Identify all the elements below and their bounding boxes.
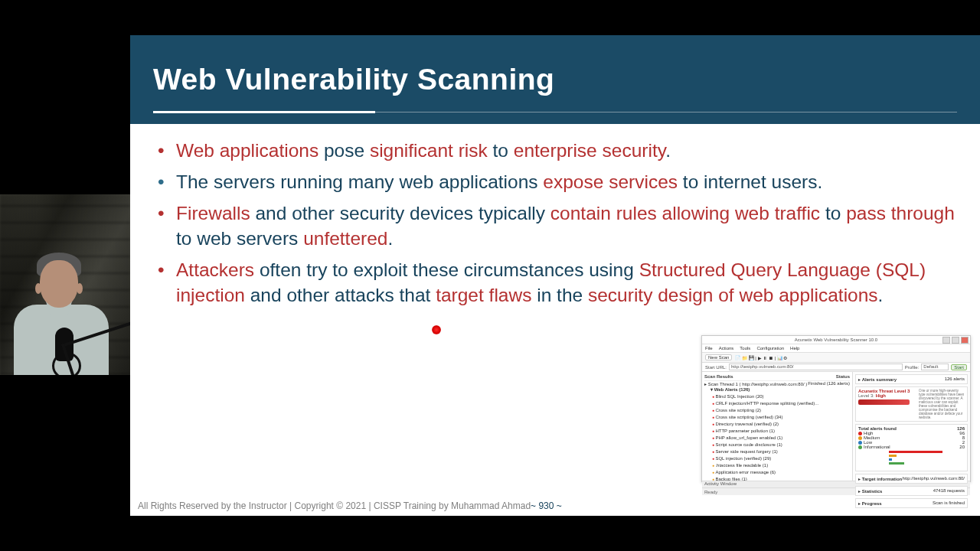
tree-item: CRLF injection/HTTP response splitting (…	[712, 400, 850, 407]
tree-item: Cross site scripting (2)	[712, 407, 850, 414]
slide-header: Web Vulnerability Scanning	[130, 35, 980, 124]
tree-item: SQL injection (verified) (29)	[712, 455, 850, 462]
tree-item: Blind SQL Injection (20)	[712, 393, 850, 400]
scanner-title: Acunetix Web Vulnerability Scanner 10.0	[795, 337, 877, 342]
bullet-item: Attackers often try to exploit these cir…	[153, 257, 957, 308]
window-buttons	[942, 337, 969, 344]
menu-item: Actions	[719, 346, 734, 350]
bullet-item: Firewalls and other security devices typ…	[153, 201, 957, 251]
menu-item: Configuration	[756, 346, 784, 350]
tree-item: Application error message (6)	[712, 469, 850, 476]
slide-footer: All Rights Reserved by the Instructor | …	[138, 500, 972, 511]
scan-results-tree: Scan Results Status ▸ Scan Thread 1 ( ht…	[702, 372, 853, 481]
scanner-toolbar: New Scan 📄 📁 💾 | ▶ ⏸ ⏹ | 📊 ⚙	[702, 353, 970, 363]
menu-item: Help	[790, 346, 799, 350]
slide: Web Vulnerability Scanning Web applicati…	[130, 35, 980, 516]
url-field: http://testphp.vulnweb.com:80/	[729, 364, 903, 370]
new-scan-button: New Scan	[705, 354, 732, 360]
tree-item: HTTP parameter pollution (1)	[712, 428, 850, 435]
tree-item: Cross site scripting (verified) (34)	[712, 414, 850, 421]
page-number: ~ 930 ~	[531, 500, 562, 511]
bullet-item: Web applications pose significant risk t…	[153, 138, 957, 163]
laser-pointer	[432, 325, 441, 334]
tree-item: Server side request forgery (1)	[712, 448, 850, 455]
scanner-menubar: FileActionsToolsConfigurationHelp	[702, 344, 970, 353]
scanner-right-panel: ▸ Alerts summary 126 alerts Acunetix Thr…	[853, 372, 970, 481]
threat-level-card: Acunetix Threat Level 3 Level 3: High On…	[855, 386, 968, 422]
scanner-url-bar: Start URL: http://testphp.vulnweb.com:80…	[702, 363, 970, 372]
alert-row: Informational20	[858, 445, 965, 449]
alerts-found-card: Total alerts found126 High96Medium8Low2I…	[855, 424, 968, 471]
tree-item: Directory traversal (verified) (2)	[712, 421, 850, 428]
tree-item: PHP allow_url_fopen enabled (1)	[712, 435, 850, 442]
slide-title: Web Vulnerability Scanning	[153, 35, 957, 96]
slide-body: Web applications pose significant risk t…	[130, 124, 980, 308]
menu-item: Tools	[740, 346, 750, 350]
bullet-item: The servers running many web application…	[153, 169, 957, 194]
menu-item: File	[705, 346, 713, 350]
tree-item: Script source code disclosure (1)	[712, 442, 850, 448]
tree-item: .htaccess file readable (1)	[712, 462, 850, 469]
tree-item: Backup files (1)	[712, 476, 850, 481]
start-button: Start	[951, 364, 967, 370]
presenter-webcam	[0, 194, 130, 375]
scanner-titlebar: Acunetix Web Vulnerability Scanner 10.0	[702, 336, 970, 344]
scanner-screenshot: Acunetix Web Vulnerability Scanner 10.0 …	[701, 335, 971, 482]
